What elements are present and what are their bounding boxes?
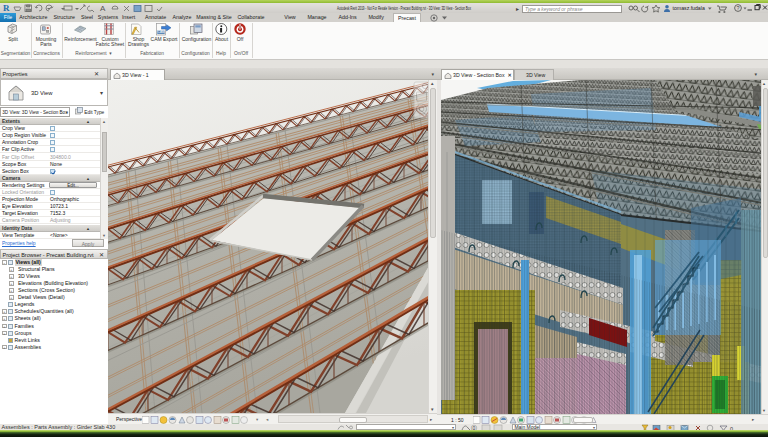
svg-text:A: A <box>100 4 106 13</box>
svg-text:R: R <box>3 3 10 13</box>
svg-text:?: ? <box>736 5 739 11</box>
svg-text:CAM: CAM <box>158 30 165 34</box>
svg-text:tomasz.fudala: tomasz.fudala <box>673 5 705 11</box>
